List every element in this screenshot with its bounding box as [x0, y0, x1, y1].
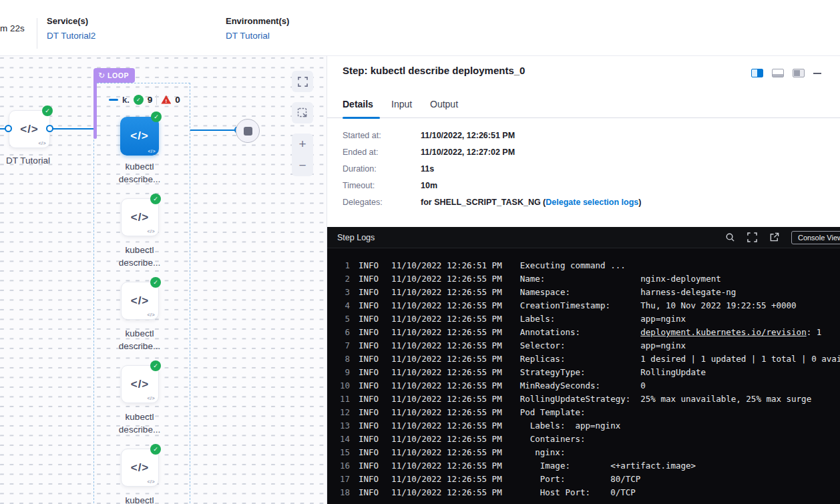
success-check-icon: ✓	[42, 105, 53, 116]
log-line: 5INFO11/10/2022 12:26:55 PMLabels: app=n…	[335, 312, 840, 326]
code-mini-icon: </>	[147, 229, 155, 234]
log-line: 14INFO11/10/2022 12:26:55 PM Containers:	[335, 433, 840, 446]
step-details-title: Step: kubectl describe deployments_0	[343, 65, 525, 76]
success-check-icon: ✓	[151, 111, 162, 122]
stop-node[interactable]	[236, 119, 260, 143]
log-search-button[interactable]	[725, 232, 735, 242]
console-view-button[interactable]: Console View	[791, 231, 840, 244]
tab-details[interactable]: Details	[343, 99, 373, 109]
log-line: 13INFO11/10/2022 12:26:55 PM Labels: app…	[335, 419, 840, 433]
log-line: 16INFO11/10/2022 12:26:55 PM Image: <+ar…	[335, 459, 840, 473]
success-count-icon: ✓	[134, 95, 144, 105]
minimize-panel-icon[interactable]	[813, 73, 821, 74]
search-icon	[725, 232, 735, 242]
field-timeout: Timeout: 10m	[343, 181, 641, 190]
log-line: 10INFO11/10/2022 12:26:55 PMMinReadySeco…	[335, 379, 840, 393]
log-line: 18INFO11/10/2022 12:26:55 PM Host Port: …	[335, 486, 840, 499]
environment-link[interactable]: DT Tutorial	[226, 31, 289, 41]
step-node-label: kubectldescribe...	[99, 494, 180, 504]
code-icon: </>	[131, 378, 150, 391]
log-line: 2INFO11/10/2022 12:26:55 PMName: nginx-d…	[335, 272, 840, 286]
stop-icon	[244, 127, 252, 136]
code-icon: </>	[131, 294, 150, 308]
step-node-label: kubectldescribe...	[99, 244, 180, 269]
zoom-in-button[interactable]: +	[292, 134, 313, 155]
step-node-kubectl-describe-3[interactable]: </> </> ✓	[121, 365, 159, 403]
environment-label: Environment(s)	[226, 16, 289, 26]
tab-input[interactable]: Input	[391, 99, 412, 109]
code-icon: </>	[130, 130, 149, 143]
loop-badge-tail	[93, 82, 97, 139]
success-check-icon: ✓	[150, 277, 161, 288]
step-logs-panel: Step Logs Console View	[327, 227, 840, 504]
service-link[interactable]: DT Tutorial2	[47, 31, 95, 41]
code-mini-icon: </>	[147, 479, 155, 484]
node-port-left	[5, 125, 12, 132]
loop-badge-label: LOOP	[108, 71, 129, 79]
code-mini-icon: </>	[147, 396, 155, 401]
loop-icon: ↻	[98, 71, 105, 79]
step-node-label: kubectldescribe...	[99, 160, 180, 186]
field-ended-at: Ended at: 11/10/2022, 12:27:02 PM	[343, 148, 641, 157]
log-line: 11INFO11/10/2022 12:26:55 PMRollingUpdat…	[335, 393, 840, 406]
execution-duration: m 22s	[0, 23, 25, 33]
zoom-out-button[interactable]: −	[292, 155, 313, 176]
step-details-panel: Step: kubectl describe deployments_0 Det…	[327, 56, 840, 227]
active-tab-underline	[343, 117, 380, 119]
step-node-kubectl-describe-1[interactable]: </> </> ✓	[121, 198, 159, 236]
log-fullscreen-button[interactable]	[747, 232, 757, 242]
log-lines[interactable]: 1INFO11/10/2022 12:26:51 PMExecuting com…	[335, 259, 840, 499]
step-node-kubectl-describe-0[interactable]: </> </> ✓	[120, 117, 159, 156]
edge-loop-to-end	[190, 130, 237, 131]
edge-start-to-loop	[51, 128, 94, 130]
code-icon: </>	[20, 123, 39, 136]
logs-actions: Console View	[725, 231, 840, 244]
step-node-kubectl-describe-4[interactable]: </> </> ✓	[121, 449, 159, 487]
fullscreen-icon	[298, 77, 308, 87]
code-icon: </>	[131, 461, 150, 475]
code-mini-icon: </>	[38, 141, 46, 146]
loop-header: k. ✓ 9 ! 0	[109, 93, 180, 105]
canvas-fullscreen-button[interactable]	[292, 71, 313, 92]
field-duration: Duration: 11s	[343, 164, 641, 174]
field-started-at: Started at: 11/10/2022, 12:26:51 PM	[343, 131, 641, 140]
success-check-icon: ✓	[150, 360, 161, 371]
node-label: DT Tutorial	[0, 154, 68, 167]
step-node-label: kubectldescribe...	[99, 327, 180, 352]
failed-count-icon: !	[161, 95, 171, 104]
step-details-fields: Started at: 11/10/2022, 12:26:51 PM Ende…	[343, 131, 641, 214]
log-line: 6INFO11/10/2022 12:26:55 PMAnnotations: …	[335, 326, 840, 339]
count-divider	[156, 95, 157, 105]
success-count: 9	[148, 95, 153, 105]
loop-group-label: k.	[122, 95, 130, 105]
node-dt-tutorial[interactable]: </> </> ✓	[9, 110, 50, 148]
node-port-right	[46, 125, 53, 132]
log-line: 1INFO11/10/2022 12:26:51 PMExecuting com…	[335, 259, 840, 272]
layout-right-panel-icon[interactable]	[751, 69, 763, 77]
log-line: 12INFO11/10/2022 12:26:55 PMPod Template…	[335, 406, 840, 419]
failed-count: 0	[175, 95, 180, 105]
field-delegates: Delegates: for SHELL_SCRIPT_TASK_NG (Del…	[343, 198, 641, 207]
step-node-kubectl-describe-2[interactable]: </> </> ✓	[121, 282, 159, 320]
log-line: 3INFO11/10/2022 12:26:55 PMNamespace: ha…	[335, 286, 840, 299]
collapse-loop-button[interactable]	[109, 99, 118, 101]
log-line: 8INFO11/10/2022 12:26:55 PMReplicas: 1 d…	[335, 352, 840, 366]
step-logs-header: Step Logs Console View	[327, 227, 840, 248]
log-line: 7INFO11/10/2022 12:26:55 PMSelector: app…	[335, 339, 840, 352]
fit-to-screen-button[interactable]	[292, 102, 313, 123]
open-in-new-tab-button[interactable]	[769, 232, 779, 242]
layout-floating-panel-icon[interactable]	[793, 69, 805, 77]
loop-badge[interactable]: ↻ LOOP	[93, 68, 135, 83]
zoom-controls: + −	[292, 134, 313, 176]
log-annotation-link[interactable]: deployment.kubernetes.io/revision	[640, 327, 806, 337]
log-line: 17INFO11/10/2022 12:26:55 PM Port: 80/TC…	[335, 473, 840, 486]
execution-topbar: m 22s Service(s) DT Tutorial2 Environmen…	[0, 0, 840, 56]
layout-bottom-panel-icon[interactable]	[772, 69, 784, 77]
code-mini-icon: </>	[148, 149, 156, 154]
panel-layout-controls	[751, 69, 821, 77]
code-icon: </>	[131, 211, 150, 224]
pipeline-canvas[interactable]: </> </> ✓ DT Tutorial ↻ LOOP k. ✓ 9 ! 0 …	[0, 56, 327, 504]
tab-output[interactable]: Output	[430, 99, 458, 109]
open-in-new-icon	[769, 232, 779, 242]
delegate-selection-logs-link[interactable]: Delegate selection logs	[546, 198, 638, 207]
